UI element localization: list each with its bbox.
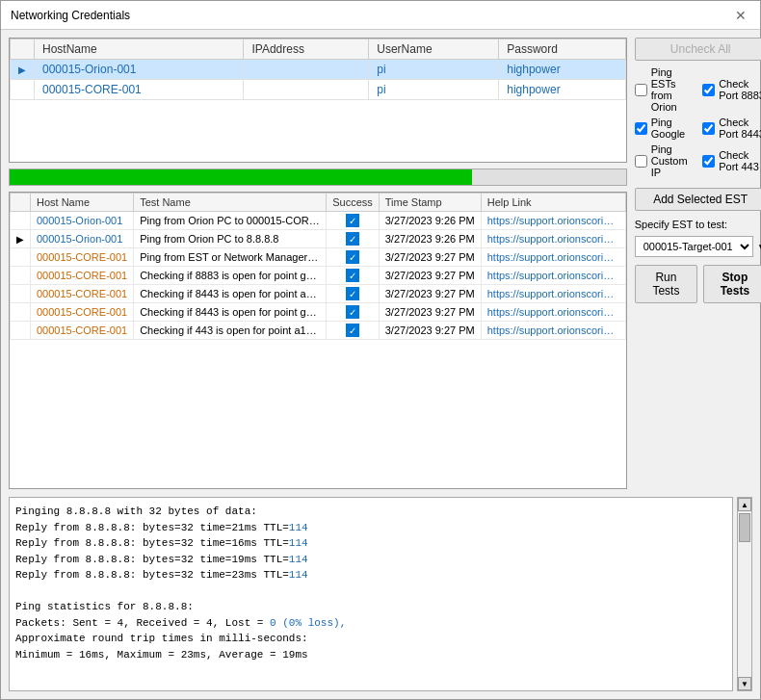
- row-indicator: [11, 248, 31, 267]
- credentials-row[interactable]: ▶ 000015-Orion-001 pi highpower: [11, 60, 626, 80]
- credentials-table: HostName IPAddress UserName Password ▶ 0…: [10, 39, 626, 100]
- scroll-up-arrow[interactable]: ▲: [738, 498, 751, 511]
- log-area-wrapper: Pinging 8.8.8.8 with 32 bytes of data:Re…: [1, 497, 760, 699]
- res-col-success: Success: [327, 194, 380, 212]
- hostname-cell: 000015-Orion-001: [35, 60, 244, 80]
- result-success: ✓: [327, 230, 380, 248]
- password-cell: highpower: [499, 60, 625, 80]
- run-tests-button[interactable]: Run Tests: [635, 265, 697, 303]
- result-testname: Ping from Orion PC to 000015-CORE-001: [134, 212, 327, 230]
- result-timestamp: 3/27/2023 9:26 PM: [379, 230, 481, 248]
- checkbox-label-check_443: Check Port 443: [719, 149, 761, 172]
- result-helplink[interactable]: https://support.orionscoringsystem.com/i…: [481, 212, 625, 230]
- checkbox-row-check_8883: Check Port 8883: [702, 66, 761, 113]
- checkbox-ping_ests[interactable]: [635, 84, 647, 96]
- success-checkmark: ✓: [346, 214, 359, 227]
- checkbox-row-ping_custom: Ping Custom IP: [635, 143, 698, 178]
- result-helplink[interactable]: https://support.orionscoringsystem.com/i…: [481, 230, 625, 248]
- result-success: ✓: [327, 303, 380, 322]
- result-helplink[interactable]: https://support.orionscoringsystem.com/i…: [481, 322, 625, 340]
- result-helplink[interactable]: https://support.orionscoringsystem.com/i…: [481, 248, 625, 267]
- result-timestamp: 3/27/2023 9:26 PM: [379, 212, 481, 230]
- log-area: Pinging 8.8.8.8 with 32 bytes of data:Re…: [9, 497, 733, 691]
- results-table: Host Name Test Name Success Time Stamp H…: [10, 193, 626, 340]
- results-row: 000015-CORE-001 Checking if 8443 is open…: [11, 285, 626, 303]
- uncheck-all-button[interactable]: Uncheck All: [635, 38, 761, 61]
- progress-bar: [10, 169, 472, 185]
- checkbox-ping_google[interactable]: [635, 122, 647, 135]
- success-checkmark: ✓: [346, 250, 359, 264]
- add-selected-est-button[interactable]: Add Selected EST: [635, 188, 761, 211]
- checkbox-label-check_8883: Check Port 8883: [719, 78, 761, 101]
- hostname-cell: 000015-CORE-001: [35, 80, 244, 100]
- result-timestamp: 3/27/2023 9:27 PM: [379, 248, 481, 267]
- password-cell: highpower: [499, 80, 625, 100]
- result-success: ✓: [327, 212, 380, 230]
- result-helplink[interactable]: https://support.orionscoringsystem.com/i…: [481, 285, 625, 303]
- log-line: Reply from 8.8.8.8: bytes=32 time=19ms T…: [15, 552, 726, 568]
- credentials-row[interactable]: 000015-CORE-001 pi highpower: [11, 80, 626, 100]
- col-ipaddress: IPAddress: [244, 39, 369, 60]
- row-indicator: [11, 267, 31, 285]
- checkbox-label-ping_google: Ping Google: [651, 117, 698, 140]
- scroll-down-arrow[interactable]: ▼: [738, 677, 751, 690]
- log-line: Ping statistics for 8.8.8.8:: [15, 599, 726, 615]
- run-stop-row: Run Tests Stop Tests: [635, 265, 761, 303]
- est-dropdown[interactable]: 000015-Target-001: [635, 236, 753, 257]
- log-line: Reply from 8.8.8.8: bytes=32 time=23ms T…: [15, 567, 726, 583]
- username-cell: pi: [369, 80, 499, 100]
- result-success: ✓: [327, 248, 380, 267]
- result-testname: Checking if 8883 is open for point green…: [134, 267, 327, 285]
- row-indicator: ▶: [11, 60, 35, 80]
- checkbox-label-ping_custom: Ping Custom IP: [651, 143, 698, 178]
- results-row: 000015-CORE-001 Checking if 443 is open …: [11, 322, 626, 340]
- success-checkmark: ✓: [346, 324, 359, 337]
- stop-tests-button[interactable]: Stop Tests: [703, 265, 761, 303]
- result-testname: Checking if 8443 is open for point green…: [134, 303, 327, 322]
- result-hostname: 000015-CORE-001: [31, 248, 134, 267]
- left-panel: HostName IPAddress UserName Password ▶ 0…: [9, 38, 627, 489]
- results-row: 000015-CORE-001 Ping from EST or Network…: [11, 248, 626, 267]
- checkbox-check_8443[interactable]: [702, 122, 715, 135]
- success-checkmark: ✓: [346, 287, 359, 300]
- result-timestamp: 3/27/2023 9:27 PM: [379, 285, 481, 303]
- result-helplink[interactable]: https://support.orionscoringsystem.com/i…: [481, 303, 625, 322]
- specify-est-label: Specify EST to test:: [635, 219, 727, 230]
- result-hostname: 000015-CORE-001: [31, 267, 134, 285]
- log-line: [15, 583, 726, 600]
- result-timestamp: 3/27/2023 9:27 PM: [379, 267, 481, 285]
- result-helplink[interactable]: https://support.orionscoringsystem.com/i…: [481, 267, 625, 285]
- checkbox-ping_custom[interactable]: [635, 155, 647, 168]
- credentials-table-wrapper: HostName IPAddress UserName Password ▶ 0…: [9, 38, 627, 163]
- success-checkmark: ✓: [346, 305, 359, 319]
- results-row: 000015-CORE-001 Checking if 8883 is open…: [11, 267, 626, 285]
- res-col-helplink: Help Link: [481, 194, 625, 212]
- log-line: Approximate round trip times in milli-se…: [15, 631, 726, 647]
- checkbox-check_443[interactable]: [702, 155, 715, 168]
- col-indicator: [11, 39, 35, 60]
- checkboxes-grid: Ping ESTs from Orion Check Port 8883 Pin…: [635, 66, 761, 178]
- close-button[interactable]: ✕: [731, 6, 750, 25]
- row-indicator: [11, 212, 31, 230]
- result-success: ✓: [327, 285, 380, 303]
- result-hostname: 000015-Orion-001: [31, 212, 134, 230]
- title-bar: Networking Credentials ✕: [1, 1, 760, 30]
- row-indicator: [11, 285, 31, 303]
- results-row: 000015-Orion-001 Ping from Orion PC to 0…: [11, 212, 626, 230]
- result-hostname: 000015-CORE-001: [31, 322, 134, 340]
- checkbox-check_8883[interactable]: [702, 84, 715, 96]
- scroll-thumb[interactable]: [739, 513, 750, 542]
- main-window: Networking Credentials ✕ HostName IPAddr…: [0, 0, 761, 700]
- results-table-wrapper[interactable]: Host Name Test Name Success Time Stamp H…: [9, 192, 627, 489]
- results-row: ▶ 000015-Orion-001 Ping from Orion PC to…: [11, 230, 626, 248]
- result-success: ✓: [327, 267, 380, 285]
- col-password: Password: [499, 39, 625, 60]
- result-hostname: 000015-Orion-001: [31, 230, 134, 248]
- row-indicator: [11, 80, 35, 100]
- res-col-testname: Test Name: [134, 194, 327, 212]
- dropdown-arrow-icon: ▼: [757, 242, 761, 252]
- checkbox-label-ping_ests: Ping ESTs from Orion: [651, 66, 698, 113]
- ip-cell: [244, 80, 369, 100]
- result-testname: Checking if 443 is open for point a123v.: [134, 322, 327, 340]
- results-row: 000015-CORE-001 Checking if 8443 is open…: [11, 303, 626, 322]
